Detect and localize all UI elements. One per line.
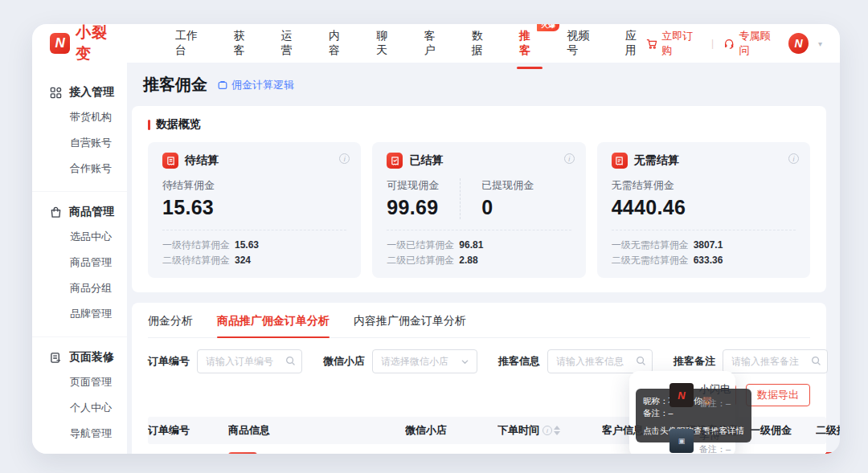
nav-divider: | (711, 38, 714, 49)
order-now-button[interactable]: 立即订购 (646, 29, 702, 58)
search-icon (811, 356, 821, 366)
metric-label: 无需结算佣金 (612, 178, 686, 193)
stat-card-no-settlement: 无需结算 i 无需结算佣金 4440.46 一级无需结算佣金3807.1 二级无… (597, 142, 810, 278)
tab-product-order-analysis[interactable]: 商品推广佣金订单分析 (217, 303, 330, 337)
tab-commission-analysis[interactable]: 佣金分析 (148, 303, 193, 337)
sidebar-item-nav-manage[interactable]: 导航管理 (32, 421, 127, 446)
shop-filter-label: 微信小店 (323, 354, 365, 369)
settlement-icon (387, 153, 403, 169)
metric-value: 0 (481, 196, 534, 219)
promoter-filter-label: 推客信息 (498, 354, 540, 369)
commission-logic-label: 佣金计算逻辑 (231, 78, 294, 92)
tab-content-order-analysis[interactable]: 内容推广佣金订单分析 (354, 303, 466, 337)
overview-title: 数据概览 (148, 117, 810, 132)
promoter-name[interactable]: 小闪电 (699, 383, 731, 395)
brand-logo[interactable]: N 小裂变 (50, 24, 122, 64)
breakdown-value: 3807.1 (694, 238, 723, 253)
sidebar-item-brand-manage[interactable]: 品牌管理 (32, 301, 127, 327)
sidebar-group-label: 接入管理 (69, 85, 114, 100)
headset-icon (723, 38, 735, 50)
promoter-name[interactable]: 李博 (699, 429, 731, 441)
sidebar-group-product: 商品管理 选品中心 商品管理 商品分组 品牌管理 (32, 191, 127, 330)
sidebar-item-product-group[interactable]: 商品分组 (32, 275, 127, 301)
order-now-label: 立即订购 (661, 29, 702, 58)
l2-promoter-avatar[interactable] (816, 452, 840, 454)
stat-card-pending: 待结算 i 待结算佣金 15.63 一级待结算佣金15.63 二级待结算佣金32… (148, 142, 361, 278)
nav-right: 立即订购 | 专属顾问 N ▾ (646, 29, 822, 58)
stat-card-title: 待结算 (185, 153, 219, 168)
info-icon[interactable]: i (788, 153, 799, 164)
sort-toggle[interactable] (554, 426, 560, 435)
sidebar-item-institutions[interactable]: 带货机构 (32, 104, 127, 130)
metric-value: 99.69 (387, 196, 439, 219)
product-thumbnail (228, 452, 257, 454)
promoter-note: 备注：– (699, 398, 731, 410)
metric-label: 待结算佣金 (162, 178, 215, 193)
order-no-filter-label: 订单编号 (148, 354, 190, 369)
metric-value: 4440.46 (612, 196, 686, 219)
advisor-label: 专属顾问 (739, 29, 779, 58)
metric-label: 已提现佣金 (481, 178, 534, 193)
breakdown-value: 324 (235, 253, 251, 268)
col-l2-promoter: 二级推客信息 (816, 423, 840, 438)
sidebar-item-page-manage[interactable]: 页面管理 (32, 369, 127, 395)
breakdown-label: 二级已结算佣金 (387, 253, 454, 268)
commission-logic-link[interactable]: 佣金计算逻辑 (217, 78, 294, 92)
chevron-down-icon[interactable]: ▾ (818, 39, 822, 48)
metric-label: 可提现佣金 (387, 178, 439, 193)
breakdown-label: 二级待结算佣金 (162, 253, 230, 268)
col-l1-commission: 一级佣金 (750, 423, 816, 438)
export-button[interactable]: 数据导出 (746, 384, 810, 406)
stat-card-settled: 已结算 i 可提现佣金 99.69 已提现佣金 0 (372, 142, 585, 278)
promoter-avatar[interactable]: N (669, 383, 694, 407)
col-order-time: 下单时间 i (497, 423, 602, 438)
sidebar-group-label: 页面装修 (69, 350, 114, 365)
user-avatar[interactable]: N (788, 33, 809, 54)
info-icon[interactable]: i (564, 153, 575, 164)
breakdown-value: 96.81 (459, 238, 483, 253)
col-order-no: 订单编号 (148, 423, 228, 438)
page-icon (50, 352, 62, 364)
shop-select-placeholder: 请选择微信小店 (381, 355, 448, 369)
search-icon (636, 356, 646, 366)
sidebar-item-product-manage[interactable]: 商品管理 (32, 250, 127, 275)
sidebar: 接入管理 带货机构 自营账号 合作账号 商品管理 选品中心 商品管理 商品分组 … (32, 63, 127, 454)
sidebar-item-page-decor[interactable]: 页面装修 (32, 345, 127, 369)
promoter-note: 备注：– (699, 443, 731, 454)
breakdown-value: 2.88 (459, 253, 477, 268)
info-icon[interactable]: i (542, 426, 552, 435)
info-icon[interactable]: i (339, 153, 350, 164)
chevron-down-icon (461, 357, 469, 366)
breakdown-label: 二级无需结算佣金 (612, 253, 689, 268)
data-overview-card: 数据概览 待结算 i 待结算佣金 (132, 106, 826, 292)
app-window: N 小裂变 工作台 获客 运营 内容 聊天 客户 数据 推客 火爆 视频号 应用… (32, 24, 840, 454)
shop-select[interactable]: 请选择微信小店 (372, 349, 477, 373)
sidebar-group-page: 页面装修 页面管理 个人中心 导航管理 (32, 336, 127, 450)
l1-promoter-info[interactable]: N 小闪电 备注：– (669, 383, 731, 410)
sidebar-item-product-mgmt[interactable]: 商品管理 (32, 200, 127, 224)
advisor-button[interactable]: 专属顾问 (723, 29, 779, 58)
settlement-icon (612, 153, 628, 169)
search-icon (285, 356, 296, 366)
sidebar-group-label: 商品管理 (69, 205, 114, 219)
sidebar-item-partner-accounts[interactable]: 合作账号 (32, 156, 127, 181)
sidebar-item-personal-center[interactable]: 个人中心 (32, 395, 127, 421)
brand-name: 小裂变 (76, 24, 122, 64)
sidebar-item-selection-center[interactable]: 选品中心 (32, 224, 127, 250)
analysis-tabs: 佣金分析 商品推广佣金订单分析 内容推广佣金订单分析 (148, 303, 810, 338)
nav-item-promoter-label: 推客 (519, 29, 530, 56)
l1-promoter-info[interactable]: ▣ 李博 备注：– (669, 429, 731, 454)
sidebar-item-access-mgmt[interactable]: 接入管理 (32, 80, 127, 104)
promoter-avatar[interactable]: ▣ (669, 429, 694, 453)
settlement-icon (162, 153, 178, 169)
stat-card-title: 已结算 (409, 153, 443, 168)
bag-icon (50, 206, 62, 218)
col-product: 商品信息 (228, 423, 405, 438)
brand-logo-icon: N (50, 33, 70, 54)
metric-value: 15.63 (162, 196, 215, 219)
note-filter-label: 推客备注 (674, 354, 715, 369)
sidebar-group-access: 接入管理 带货机构 自营账号 合作账号 (32, 72, 127, 185)
col-shop: 微信小店 (405, 423, 497, 438)
sidebar-item-own-accounts[interactable]: 自营账号 (32, 130, 127, 156)
breakdown-value: 633.36 (694, 253, 723, 268)
